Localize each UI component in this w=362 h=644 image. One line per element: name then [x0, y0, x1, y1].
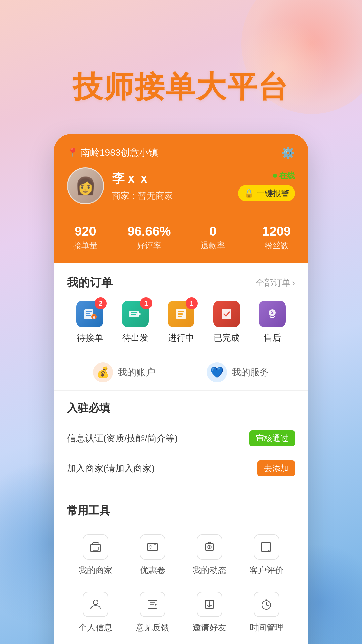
account-tab-label: 我的账户 [118, 366, 155, 379]
svg-rect-17 [93, 547, 98, 550]
svg-text:¥: ¥ [154, 543, 156, 546]
profile-info: 李ｘｘ 商家：暂无商家 [112, 170, 230, 202]
dispatch-badge: 1 [140, 297, 152, 309]
time-tool-icon [254, 592, 279, 617]
review-tool-label: 客户评价 [250, 565, 283, 576]
tab-account[interactable]: 💰 我的账户 [67, 354, 181, 390]
order-icon-wrap-dispatch: 1 [122, 301, 149, 327]
dynamic-tool-icon [197, 534, 222, 560]
online-status: 在线 [273, 170, 295, 181]
tool-profile[interactable]: 个人信息 [67, 584, 124, 641]
tool-review[interactable]: 客户评价 [238, 526, 295, 584]
order-item-aftersale[interactable]: ¥ 售后 [259, 301, 286, 344]
aftersale-order-icon: ¥ [259, 301, 286, 327]
svg-point-19 [149, 546, 152, 548]
tab-service[interactable]: 💙 我的服务 [181, 354, 295, 390]
coupon-tool-icon: ¥ - - - [140, 534, 165, 560]
service-tab-icon: 💙 [207, 362, 227, 382]
phone-card: 📍 南岭1983创意小镇 ⚙️ 👩 李ｘｘ 商家：暂无商家 在线 🔒 一键报警 [54, 134, 308, 644]
page-title: 技师接单大平台 [0, 0, 362, 107]
chevron-right-icon: › [292, 278, 295, 288]
onboarding-row-merchant: 加入商家(请加入商家) 去添加 [67, 453, 295, 483]
tool-feedback[interactable]: 意见反馈 [124, 584, 181, 641]
location-bar: 📍 南岭1983创意小镇 ⚙️ [67, 146, 295, 159]
svg-point-29 [93, 600, 98, 605]
svg-rect-25 [208, 542, 211, 544]
avatar-image: 👩 [68, 168, 103, 203]
order-item-complete[interactable]: 已完成 [213, 301, 240, 344]
order-item-progress[interactable]: 1 进行中 [168, 301, 194, 344]
progress-label: 进行中 [168, 332, 194, 344]
service-tab-label: 我的服务 [232, 366, 269, 379]
time-tool-label: 时间管理 [250, 622, 283, 633]
stat-rating-label: 好评率 [117, 240, 181, 251]
tool-invite[interactable]: 邀请好友 [181, 584, 238, 641]
settings-icon[interactable]: ⚙️ [281, 146, 295, 159]
pending-badge: 2 [95, 297, 107, 309]
profile-name: 李ｘｘ [112, 170, 230, 187]
onboarding-title: 入驻必填 [67, 401, 295, 416]
account-service-tabs: 💰 我的账户 💙 我的服务 [54, 354, 308, 391]
invite-tool-icon [197, 592, 222, 617]
merchant-add-button[interactable]: 去添加 [257, 460, 295, 476]
svg-text:¥: ¥ [271, 310, 274, 315]
profile-merchant: 商家：暂无商家 [112, 190, 230, 202]
stat-refund-value: 0 [181, 224, 245, 239]
profile-right: 在线 🔒 一键报警 [238, 170, 295, 201]
order-icon-wrap-aftersale: ¥ [259, 301, 286, 327]
svg-text:- - -: - - - [153, 547, 157, 550]
dispatch-label: 待出发 [122, 332, 148, 344]
content-area: 我的订单 全部订单 › [54, 263, 308, 644]
orders-header: 我的订单 全部订单 › [67, 275, 295, 290]
feedback-tool-icon [140, 592, 165, 617]
online-dot [273, 174, 277, 178]
orders-grid: ⏰ 2 待接单 [67, 301, 295, 344]
tool-time[interactable]: 时间管理 [238, 584, 295, 641]
svg-rect-1 [86, 311, 92, 312]
alert-button[interactable]: 🔒 一键报警 [238, 185, 295, 201]
profile-row: 👩 李ｘｘ 商家：暂无商家 在线 🔒 一键报警 [67, 167, 295, 204]
svg-point-24 [209, 546, 210, 548]
tools-section: 常用工具 我的商家 [54, 493, 308, 644]
order-item-dispatch[interactable]: 1 待出发 [122, 301, 149, 344]
profile-tool-icon [83, 592, 108, 617]
stat-orders: 920 接单量 [54, 224, 117, 251]
order-icon-wrap-complete [213, 301, 240, 327]
svg-text:⏰: ⏰ [92, 315, 96, 319]
onboarding-row-cert: 信息认证(资质/技能/简介等) 审核通过 [67, 424, 295, 453]
onboarding-cert-text: 信息认证(资质/技能/简介等) [67, 432, 178, 444]
order-item-pending[interactable]: ⏰ 2 待接单 [76, 301, 103, 344]
complete-label: 已完成 [214, 332, 240, 344]
order-icon-wrap-progress: 1 [168, 301, 194, 327]
orders-all-link[interactable]: 全部订单 › [256, 277, 295, 289]
location-text: 南岭1983创意小镇 [81, 146, 158, 159]
svg-rect-13 [222, 309, 231, 319]
stat-rating-value: 96.66% [117, 224, 181, 239]
progress-badge: 1 [186, 297, 198, 309]
stat-rating: 96.66% 好评率 [117, 224, 181, 251]
stat-orders-label: 接单量 [54, 240, 117, 251]
alert-text: 一键报警 [257, 188, 289, 199]
svg-rect-7 [131, 312, 137, 313]
orders-title: 我的订单 [67, 275, 113, 290]
online-text: 在线 [279, 170, 295, 181]
orders-all-text: 全部订单 [256, 277, 291, 289]
lock-icon: 🔒 [244, 189, 254, 198]
stat-fans-label: 粉丝数 [245, 240, 308, 251]
onboarding-merchant-text: 加入商家(请加入商家) [67, 462, 155, 474]
coupon-tool-label: 优惠卷 [140, 565, 165, 576]
stats-row: 920 接单量 96.66% 好评率 0 退款率 1209 粉丝数 [54, 218, 308, 263]
stat-orders-value: 920 [54, 224, 117, 239]
location-display: 📍 南岭1983创意小镇 [67, 146, 158, 159]
svg-rect-10 [178, 311, 184, 312]
tool-dynamic[interactable]: 我的动态 [181, 526, 238, 584]
svg-rect-8 [131, 314, 136, 315]
svg-line-37 [266, 605, 268, 606]
profile-tool-label: 个人信息 [79, 622, 112, 633]
stat-refund-label: 退款率 [181, 240, 245, 251]
tool-merchant[interactable]: 我的商家 [67, 526, 124, 584]
tools-title: 常用工具 [67, 503, 295, 518]
profile-header: 📍 南岭1983创意小镇 ⚙️ 👩 李ｘｘ 商家：暂无商家 在线 🔒 一键报警 [54, 134, 308, 218]
avatar: 👩 [67, 167, 104, 204]
tool-coupon[interactable]: ¥ - - - 优惠卷 [124, 526, 181, 584]
